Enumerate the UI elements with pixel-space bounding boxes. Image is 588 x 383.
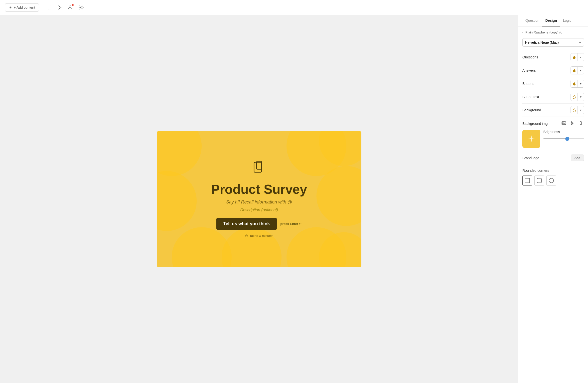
add-content-label: + Add content: [14, 5, 35, 9]
svg-rect-15: [537, 178, 542, 183]
bubble-decoration: [157, 131, 202, 176]
panel-tabs: Question Design Logic: [518, 15, 588, 26]
tab-logic[interactable]: Logic: [560, 15, 574, 26]
tab-question[interactable]: Question: [522, 15, 542, 26]
svg-point-13: [571, 124, 572, 125]
brand-logo-row: Brand logo Add: [522, 151, 584, 165]
corner-rounded-button[interactable]: [534, 176, 544, 186]
panel-back-row[interactable]: ‹ Plain Raspberry (copy) (c: [522, 30, 584, 34]
background-label: Background: [522, 108, 541, 112]
svg-point-3: [80, 7, 82, 8]
back-chevron-icon: ‹: [522, 30, 523, 34]
svg-point-11: [571, 122, 572, 123]
survey-title: Product Survey: [211, 182, 307, 196]
theme-name: Plain Raspberry (copy) (c: [525, 30, 562, 34]
survey-footer: ⏱ Takes X minutes: [245, 234, 273, 238]
svg-rect-16: [549, 178, 554, 183]
questions-row: Questions ▼: [522, 51, 584, 64]
survey-content: Product Survey Say hi! Recall informatio…: [211, 160, 307, 238]
drop-icon: [572, 55, 576, 59]
answers-color-swatch: [571, 66, 578, 74]
corner-sharp-icon: [525, 178, 530, 183]
answers-label: Answers: [522, 68, 536, 72]
user-icon-wrapper: [66, 3, 74, 11]
corner-sharp-button[interactable]: [522, 176, 532, 186]
bg-img-label: Background img: [522, 122, 548, 126]
background-color-swatch: [571, 106, 578, 114]
bg-img-section: Background img: [522, 117, 584, 151]
questions-color-picker[interactable]: ▼: [571, 53, 584, 61]
time-estimate: Takes X minutes: [250, 234, 273, 238]
bg-img-delete-button[interactable]: [578, 120, 584, 127]
trash-icon: [579, 121, 583, 125]
survey-card: Product Survey Say hi! Recall informatio…: [157, 131, 361, 267]
answers-row: Answers ▼: [522, 64, 584, 77]
questions-label: Questions: [522, 55, 538, 59]
gear-icon: [79, 5, 84, 10]
drop-outline-icon: [572, 95, 576, 99]
bg-img-upload-button[interactable]: [561, 120, 567, 127]
background-row: Background ▼: [522, 104, 584, 117]
brightness-col: Brightness: [543, 130, 584, 141]
clock-icon: ⏱: [245, 234, 248, 238]
settings-button[interactable]: [77, 3, 85, 11]
button-text-color-arrow: ▼: [578, 93, 584, 101]
press-label: press: [280, 222, 289, 226]
corner-very-rounded-button[interactable]: [546, 176, 556, 186]
drop-outline-icon: [572, 108, 576, 112]
mobile-preview-button[interactable]: [45, 3, 53, 12]
svg-point-2: [69, 6, 71, 8]
answers-color-picker[interactable]: ▼: [571, 66, 584, 74]
buttons-row: Buttons ▼: [522, 77, 584, 90]
tab-design[interactable]: Design: [542, 15, 560, 26]
image-icon: [562, 121, 566, 125]
questions-color-swatch: [571, 53, 578, 61]
divider: [42, 4, 42, 11]
background-color-picker[interactable]: ▼: [571, 106, 584, 114]
corner-very-rounded-icon: [549, 178, 554, 183]
svg-point-12: [572, 123, 573, 124]
button-text-row: Button text ▼: [522, 90, 584, 104]
bg-img-settings-button[interactable]: [569, 120, 576, 127]
brightness-slider-wrap: [543, 136, 584, 141]
brightness-slider[interactable]: [543, 138, 584, 139]
answers-color-arrow: ▼: [578, 66, 584, 74]
questions-color-arrow: ▼: [578, 53, 584, 61]
top-bar: ＋ + Add content: [0, 0, 588, 15]
bg-thumbnail: [522, 130, 540, 148]
survey-cta-button[interactable]: Tell us what you think: [216, 218, 277, 230]
button-text-color-picker[interactable]: ▼: [571, 93, 584, 101]
rounded-corners-options: [522, 176, 584, 186]
add-brand-logo-button[interactable]: Add: [571, 155, 584, 161]
right-panel: Question Design Logic ‹ Plain Raspberry …: [518, 15, 588, 383]
tablet-icon: [251, 160, 267, 176]
button-text-color-swatch: [571, 93, 578, 101]
drop-icon: [572, 82, 576, 86]
add-content-button[interactable]: ＋ + Add content: [5, 3, 39, 12]
brand-logo-label: Brand logo: [522, 156, 539, 160]
corner-rounded-icon: [537, 178, 542, 183]
buttons-color-picker[interactable]: ▼: [571, 80, 584, 88]
rounded-corners-label: Rounded corners: [522, 169, 584, 173]
bg-img-actions: [561, 120, 584, 127]
bg-img-header: Background img: [522, 120, 584, 127]
brightness-label: Brightness: [543, 130, 584, 134]
play-button[interactable]: [56, 3, 63, 11]
bubble-decoration: [157, 171, 197, 231]
sliders-icon: [570, 121, 575, 125]
mobile-icon: [47, 5, 51, 10]
survey-subtitle: Say hi! Recall information with @: [226, 199, 292, 205]
notification-badge: [72, 4, 74, 6]
survey-btn-row: Tell us what you think press Enter ↵: [216, 218, 302, 230]
rounded-corners-section: Rounded corners: [522, 165, 584, 189]
buttons-label: Buttons: [522, 82, 534, 86]
play-icon: [57, 5, 62, 10]
svg-rect-4: [254, 162, 262, 172]
press-enter-hint: press Enter ↵: [280, 222, 302, 226]
background-color-arrow: ▼: [578, 106, 584, 114]
svg-point-7: [563, 122, 563, 123]
main-area: Product Survey Say hi! Recall informatio…: [0, 15, 588, 383]
font-select[interactable]: Helvetica Neue (Mac) Arial Georgia Times…: [522, 38, 584, 47]
drop-icon: [572, 68, 576, 72]
buttons-color-arrow: ▼: [578, 80, 584, 88]
